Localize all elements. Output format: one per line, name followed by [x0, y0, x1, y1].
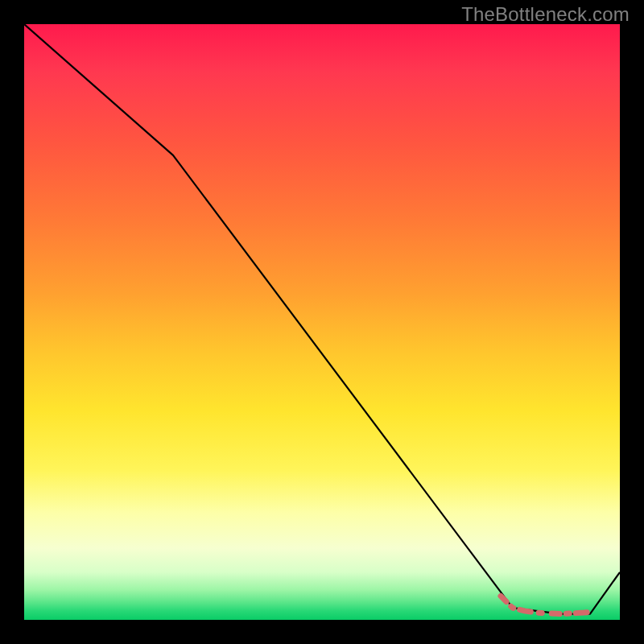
- watermark-text: TheBottleneck.com: [461, 3, 630, 26]
- bottleneck-curve-line: [24, 24, 620, 614]
- chart-frame: TheBottleneck.com: [0, 0, 644, 644]
- plot-area: [24, 24, 620, 620]
- chart-svg: [24, 24, 620, 620]
